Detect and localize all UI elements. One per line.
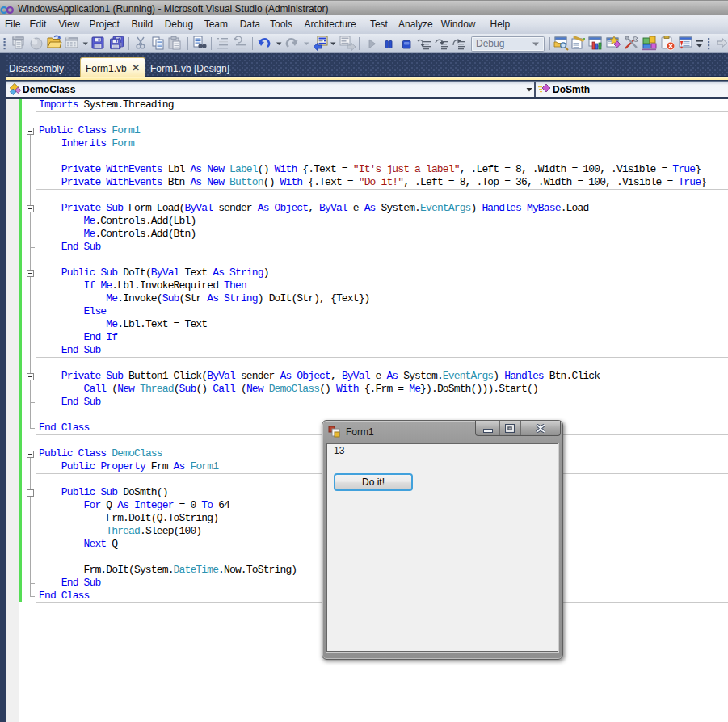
svg-text:Debug: Debug [476, 38, 504, 49]
